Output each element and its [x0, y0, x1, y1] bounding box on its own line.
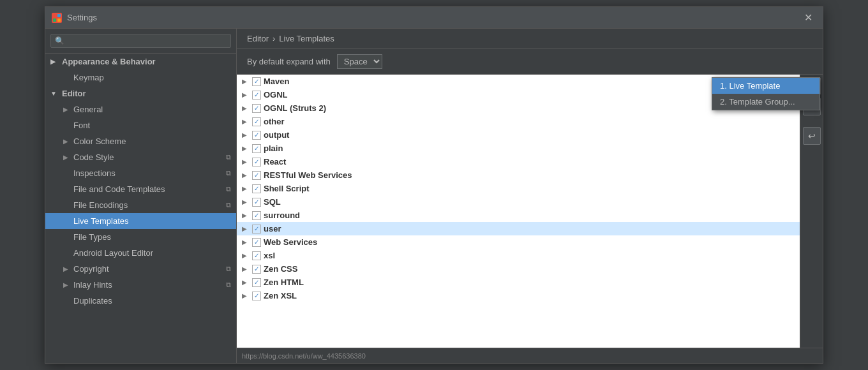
item-name: Maven	[264, 77, 289, 86]
list-item[interactable]: ▶ ✓ other	[237, 115, 800, 128]
sidebar-item-label: General	[73, 105, 103, 114]
list-item[interactable]: ▶ ✓ Zen HTML	[237, 276, 800, 289]
sidebar-item-label: Duplicates	[73, 296, 112, 306]
sidebar-item-inspections[interactable]: Inspections ⧉	[45, 165, 236, 181]
close-button[interactable]: ✕	[800, 10, 816, 25]
copy-icon: ⧉	[226, 265, 231, 273]
expand-arrow: ▶	[242, 185, 252, 192]
checkbox[interactable]: ✓	[252, 251, 261, 260]
item-name: React	[264, 157, 286, 166]
list-item[interactable]: ▶ ✓ xsl	[237, 249, 800, 262]
expand-arrow: ▶	[63, 138, 71, 145]
item-name: Zen CSS	[264, 264, 297, 274]
sidebar-item-file-code-templates[interactable]: File and Code Templates ⧉	[45, 181, 236, 197]
sidebar-item-label: Font	[73, 121, 90, 130]
undo-button[interactable]: ↩	[803, 127, 821, 145]
sidebar-item-general[interactable]: ▶ General	[45, 101, 236, 117]
checkbox[interactable]: ✓	[252, 278, 261, 287]
sidebar-item-copyright[interactable]: ▶ Copyright ⧉	[45, 261, 236, 277]
sidebar-item-color-scheme[interactable]: ▶ Color Scheme	[45, 133, 236, 149]
item-name: user	[264, 224, 281, 233]
copy-icon: ⧉	[226, 201, 231, 209]
sidebar-item-appearance[interactable]: ▶ Appearance & Behavior	[45, 54, 236, 70]
sidebar-item-label: File Encodings	[73, 200, 128, 210]
list-item[interactable]: ▶ ✓ user	[237, 222, 800, 235]
checkbox[interactable]: ✓	[252, 91, 261, 100]
sidebar-item-file-types[interactable]: File Types	[45, 229, 236, 245]
svg-rect-0	[53, 14, 56, 17]
item-name: Web Services	[264, 237, 317, 247]
expand-select[interactable]: Space Tab Enter	[337, 54, 382, 69]
checkbox[interactable]: ✓	[252, 292, 261, 300]
sidebar-item-keymap[interactable]: Keymap	[45, 70, 236, 85]
checkbox[interactable]: ✓	[252, 171, 261, 180]
sidebar-item-label: Keymap	[73, 73, 104, 82]
checkbox[interactable]: ✓	[252, 117, 261, 126]
list-item[interactable]: ▶ ✓ SQL	[237, 195, 800, 209]
svg-rect-1	[57, 14, 61, 17]
sidebar-item-editor[interactable]: ▼ Editor	[45, 85, 236, 101]
item-name: Zen HTML	[264, 278, 304, 287]
checkbox[interactable]: ✓	[252, 238, 261, 247]
expand-arrow: ▶	[63, 154, 71, 161]
list-item[interactable]: ▶ ✓ Zen CSS	[237, 262, 800, 276]
list-item[interactable]: ▶ ✓ surround	[237, 209, 800, 222]
item-name: SQL	[264, 197, 281, 207]
item-name: xsl	[264, 251, 275, 260]
checkbox[interactable]: ✓	[252, 144, 261, 153]
expand-arrow: ▶	[242, 239, 252, 246]
list-item[interactable]: ▶ ✓ Shell Script	[237, 182, 800, 195]
checkbox[interactable]: ✓	[252, 77, 261, 86]
dropdown-item-live-template[interactable]: 1. Live Template	[712, 78, 819, 94]
expand-arrow: ▶	[242, 265, 252, 272]
item-name: output	[264, 130, 289, 140]
sidebar-item-label: Color Scheme	[73, 137, 126, 146]
expand-arrow: ▶	[50, 58, 59, 65]
list-item[interactable]: ▶ ✓ Web Services	[237, 235, 800, 249]
sidebar-item-file-encodings[interactable]: File Encodings ⧉	[45, 197, 236, 213]
expand-arrow: ▶	[63, 281, 71, 288]
sidebar-item-inlay-hints[interactable]: ▶ Inlay Hints ⧉	[45, 277, 236, 293]
sidebar-item-label: Inlay Hints	[73, 280, 112, 290]
dialog-body: ▶ Appearance & Behavior Keymap ▼ Editor …	[45, 29, 823, 363]
expand-arrow: ▶	[242, 292, 252, 299]
expand-arrow: ▶	[242, 145, 252, 152]
checkbox[interactable]: ✓	[252, 158, 261, 166]
list-item[interactable]: ▶ ✓ React	[237, 155, 800, 168]
checkbox[interactable]: ✓	[252, 265, 261, 274]
checkbox[interactable]: ✓	[252, 198, 261, 207]
item-name: OGNL (Struts 2)	[264, 103, 326, 113]
checkbox[interactable]: ✓	[252, 211, 261, 220]
breadcrumb-part2: Live Templates	[279, 34, 334, 43]
list-item[interactable]: ▶ ✓ plain	[237, 142, 800, 155]
sidebar-item-label: Copyright	[73, 264, 109, 274]
list-item[interactable]: ▶ ✓ Zen XSL	[237, 289, 800, 302]
dropdown-item-template-group[interactable]: 2. Template Group...	[712, 94, 819, 110]
main-content: Editor › Live Templates By default expan…	[237, 29, 823, 363]
expand-label: By default expand with	[247, 57, 331, 66]
checkbox[interactable]: ✓	[252, 225, 261, 233]
sidebar-item-duplicates[interactable]: Duplicates	[45, 293, 236, 309]
expand-arrow: ▶	[242, 105, 252, 112]
app-icon	[52, 13, 62, 23]
search-input[interactable]	[50, 34, 231, 48]
svg-rect-3	[57, 18, 61, 22]
checkbox[interactable]: ✓	[252, 184, 261, 193]
sidebar-item-label: Editor	[62, 89, 86, 98]
sidebar-item-live-templates[interactable]: Live Templates	[45, 213, 236, 229]
breadcrumb: Editor › Live Templates	[237, 29, 823, 49]
expand-arrow: ▶	[242, 198, 252, 205]
list-item[interactable]: ▶ ✓ RESTful Web Services	[237, 168, 800, 182]
sidebar-item-android-layout[interactable]: Android Layout Editor	[45, 245, 236, 261]
right-panel: + − ↩	[800, 75, 823, 348]
expand-arrow: ▶	[63, 265, 71, 272]
item-name: other	[264, 117, 285, 126]
template-list: ▶ ✓ Maven ▶ ✓ OGNL ▶ ✓ OGNL (Struts 2)	[237, 75, 800, 348]
checkbox[interactable]: ✓	[252, 131, 261, 140]
checkbox[interactable]: ✓	[252, 104, 261, 113]
sidebar-item-label: Live Templates	[73, 216, 128, 226]
sidebar-item-font[interactable]: Font	[45, 117, 236, 133]
sidebar-item-code-style[interactable]: ▶ Code Style ⧉	[45, 149, 236, 165]
expand-arrow: ▶	[63, 106, 71, 113]
list-item[interactable]: ▶ ✓ output	[237, 128, 800, 142]
